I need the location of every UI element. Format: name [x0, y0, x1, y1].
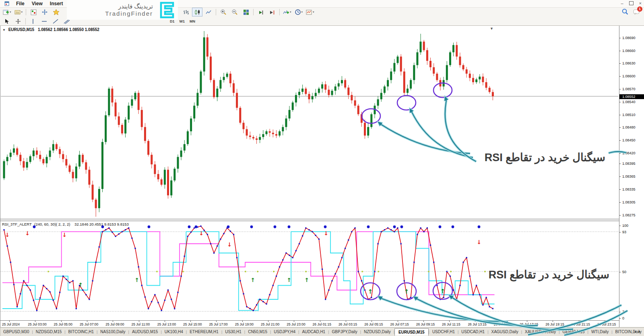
tradingfinder-logo-icon [157, 1, 175, 19]
maximize-button[interactable] [629, 1, 634, 5]
price-axis-label: 1.08480 [622, 125, 636, 129]
price-tick [619, 189, 621, 190]
toolbar-separator [25, 18, 26, 25]
price-axis-label: 1.08365 [622, 174, 636, 178]
indicator-title: RSI_3TF_ALERT (240, 60, 30)( 2, 2, 2) 32… [2, 222, 129, 226]
candlestick-chart-button[interactable] [192, 8, 202, 17]
time-tick [268, 321, 268, 322]
line-chart-button[interactable] [203, 8, 214, 17]
time-tick [605, 321, 605, 322]
symbol-tab[interactable]: BITCOINC,H1 [66, 328, 97, 335]
symbol-tab[interactable]: UK100,H4 [162, 328, 186, 335]
time-axis-label: 25 Jul 07:00 [80, 322, 98, 326]
symbol-tab[interactable]: NZDSGD,M15 [33, 328, 64, 335]
menu-file[interactable]: File [12, 1, 28, 6]
symbol-tab[interactable]: US30,H1 [222, 328, 244, 335]
symbol-tab[interactable]: USDCHF,H1 [429, 328, 458, 335]
time-axis-label: 25 Jul 09:00 [105, 322, 124, 326]
price-tick [619, 102, 621, 102]
symbol-tab[interactable]: USDCAD,H1 [458, 328, 487, 335]
notification-icon[interactable]: 1 [633, 9, 640, 15]
zoom-out-button[interactable] [229, 8, 240, 17]
bar-chart-button[interactable] [181, 8, 191, 17]
price-axis-label: 1.08510 [622, 113, 636, 117]
logo-title-english: TradingFinder [105, 10, 153, 17]
chevron-down-icon: ▾ [301, 10, 303, 14]
chevron-down-icon: ▾ [10, 10, 11, 14]
market-watch-button[interactable] [28, 8, 39, 17]
panel-splitter[interactable] [0, 219, 619, 221]
price-axis[interactable]: 1.086901.086601.086301.086001.085701.085… [619, 26, 644, 328]
minimize-button[interactable]: – [621, 0, 623, 6]
timeframe-mn-button[interactable]: MN [187, 19, 198, 24]
navigator-button[interactable] [39, 8, 50, 17]
symbol-tab[interactable]: USDJPY,H4 [271, 328, 298, 335]
symbol-tab[interactable]: NZDUSD,Daily [361, 328, 394, 335]
templates-button[interactable]: ▾ [305, 8, 316, 17]
indicator-level-tick [619, 232, 621, 232]
price-axis-label: 1.08540 [622, 100, 636, 104]
crosshair-button[interactable] [13, 17, 23, 26]
time-tick [320, 321, 320, 322]
auto-scroll-button[interactable] [256, 8, 266, 17]
indicator-level-label: 50 [622, 270, 626, 274]
time-tick [372, 321, 372, 322]
tab-scroll-arrows[interactable]: ◄► [633, 330, 643, 334]
symbol-tab[interactable]: GER40,M15 [560, 328, 588, 335]
search-icon[interactable] [622, 8, 628, 15]
chevron-down-icon: ▾ [290, 10, 291, 14]
trendline-button[interactable] [50, 17, 61, 26]
price-tick [619, 51, 621, 51]
cursor-button[interactable] [2, 17, 12, 26]
zoom-in-button[interactable] [218, 8, 229, 17]
symbol-tab[interactable]: CN50,M15 [245, 328, 270, 335]
time-tick [61, 321, 62, 322]
collapse-triangle-icon[interactable]: ▼ [2, 28, 6, 32]
indicator-level-label: 100 [622, 224, 628, 228]
horizontal-line-button[interactable] [39, 17, 50, 26]
symbol-tab[interactable]: AUDUSD,M15 [129, 328, 161, 335]
indicator-level-label: 93 [622, 230, 626, 234]
time-axis-label: 25 Jul 17:00 [209, 322, 227, 326]
time-tick [579, 321, 579, 322]
time-axis-label: 26 Jul 05:15 [364, 322, 383, 326]
price-axis-label: 1.08600 [622, 74, 636, 78]
indicator-level-label: 7 [622, 310, 624, 314]
time-axis-label: 25 Jul 13:00 [157, 322, 176, 326]
time-axis-label: 26 Jul 19:15 [545, 322, 564, 326]
time-tick [527, 321, 527, 322]
symbol-tab[interactable]: GBPJPY,Daily [329, 328, 360, 335]
buy-signal-annotation-main: سیگنال خرید در تقاطع RSI [485, 151, 605, 164]
time-axis-label: 25 Jul 2024 [2, 322, 20, 326]
price-tick [619, 176, 621, 177]
timeframe-w1-button[interactable]: W1 [177, 19, 188, 24]
indicators-button[interactable]: ▾ [282, 8, 293, 17]
symbol-tab[interactable]: XAUUSD,Weekly [522, 328, 559, 335]
vertical-line-button[interactable] [28, 17, 38, 26]
chart-shift-button[interactable] [267, 8, 277, 17]
symbol-tab[interactable]: AUDCAD,H1 [299, 328, 328, 335]
close-button[interactable]: × [639, 0, 642, 6]
notification-badge: 1 [637, 6, 642, 12]
periods-button[interactable]: ▾ [293, 8, 304, 17]
time-axis-label: 26 Jul 03:15 [339, 322, 357, 326]
symbol-tab[interactable]: ETHEREUM,H1 [187, 328, 221, 335]
time-tick [294, 321, 294, 322]
symbol-tab[interactable]: XAGUSD,Daily [489, 328, 521, 335]
symbol-tab[interactable]: EURUSD,M15 [394, 328, 428, 336]
symbol-tab[interactable]: GBPUSD,M30 [0, 328, 32, 335]
symbol-tab[interactable]: WTI,Daily [588, 328, 611, 335]
menu-insert[interactable]: Insert [46, 1, 67, 6]
chart-window[interactable]: ▼ EURUSD,M15 1.08562 1.08566 1.08550 1.0… [0, 25, 644, 327]
indicator-level-tick [619, 272, 621, 272]
indicator-name: RSI_3TF_ALERT [2, 222, 32, 226]
time-tick [190, 321, 191, 322]
profiles-button[interactable]: ▾ [13, 8, 24, 17]
buy-signal-annotation-indicator: سیگنال خرید در تقاطع RSI [489, 268, 609, 281]
time-tick [113, 321, 113, 322]
symbol-tab[interactable]: NAS100,Daily [97, 328, 128, 335]
favorites-star-icon[interactable] [51, 8, 61, 17]
menu-view[interactable]: View [28, 1, 46, 6]
new-chart-button[interactable]: ▾ [2, 8, 12, 17]
tile-windows-button[interactable] [241, 8, 251, 17]
